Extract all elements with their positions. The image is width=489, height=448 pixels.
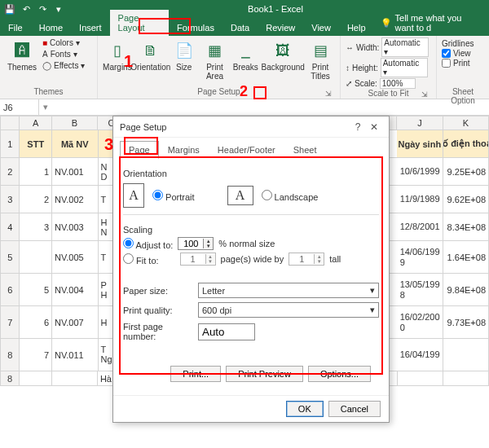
print-titles-button[interactable]: ▤Print Titles (306, 37, 335, 81)
adjust-spinner[interactable]: ▲▼ (178, 237, 214, 250)
adjust-to-radio[interactable]: Adjust to: (123, 238, 173, 250)
col-A[interactable]: A (20, 116, 51, 130)
cell-k[interactable]: 9.73E+08 (443, 306, 489, 339)
tab-help[interactable]: Help (339, 20, 374, 36)
dlg-tab-headerfooter[interactable]: Header/Footer (209, 141, 284, 159)
cell-k[interactable]: 9.62E+08 (443, 186, 489, 213)
dlg-tab-sheet[interactable]: Sheet (284, 141, 326, 159)
breaks-button[interactable]: ⎯Breaks (231, 37, 260, 72)
gridlines-view-check[interactable] (442, 49, 451, 58)
rowhdr[interactable]: 6 (0, 274, 20, 306)
dlg-tab-page[interactable]: Page (120, 141, 159, 159)
tab-data[interactable]: Data (222, 20, 258, 36)
rowhdr[interactable]: 5 (0, 241, 20, 274)
print-quality-select[interactable]: 600 dpi▾ (198, 302, 379, 318)
hdr-ma[interactable]: Mã NV (52, 130, 98, 158)
cell-stt[interactable]: 3 (20, 213, 52, 241)
fit-to-radio[interactable]: Fit to: (123, 253, 159, 266)
cell-j[interactable]: 13/05/199 8 (397, 274, 443, 306)
cell-ma[interactable]: NV.007 (52, 306, 98, 339)
dlg-tab-margins[interactable]: Margins (159, 141, 209, 159)
namebox-dropdown-icon[interactable]: ▾ (39, 102, 52, 112)
tab-review[interactable]: Review (258, 20, 303, 36)
rowhdr-8[interactable]: 8 (0, 371, 20, 386)
ok-button[interactable]: OK (286, 401, 324, 417)
name-box[interactable]: J6 (0, 99, 39, 115)
cell-ma[interactable]: NV.001 (52, 158, 98, 186)
rowhdr[interactable]: 4 (0, 213, 20, 241)
print-area-button[interactable]: ▦Print Area (200, 37, 230, 81)
tab-view[interactable]: View (303, 20, 339, 36)
rowhdr[interactable]: 3 (0, 186, 20, 213)
save-icon[interactable]: 💾 (3, 2, 16, 15)
cell-stt[interactable]: 1 (20, 158, 52, 186)
hdr-sdt[interactable]: Số điện thoại (443, 130, 489, 158)
cell-ma[interactable]: NV.003 (52, 213, 98, 241)
cell-k[interactable]: 8.34E+08 (443, 213, 489, 241)
gridlines-print-check[interactable] (442, 59, 451, 68)
cell-j[interactable]: 16/02/200 0 (397, 306, 443, 339)
fonts-button[interactable]: AFonts▾ (41, 49, 86, 59)
close-icon[interactable]: ✕ (366, 121, 382, 133)
cell-stt[interactable] (20, 241, 52, 274)
scale-launcher-icon[interactable]: ⇲ (420, 90, 430, 99)
paper-size-select[interactable]: Letter▾ (198, 283, 379, 298)
fit-tall-spinner[interactable]: ▲▼ (289, 253, 324, 266)
tab-formulas[interactable]: Formulas (169, 20, 222, 36)
cell-j[interactable]: 16/04/199 (397, 339, 443, 371)
cell-ma[interactable]: NV.005 (52, 241, 98, 274)
rowhdr[interactable]: 8 (0, 339, 20, 371)
background-button[interactable]: 🖼Background (262, 37, 304, 72)
cell-stt[interactable]: 2 (20, 186, 52, 213)
select-all-corner[interactable] (0, 116, 20, 130)
scale-input[interactable]: 100% (380, 78, 416, 89)
hdr-stt[interactable]: STT (20, 130, 52, 158)
orientation-button[interactable]: 🗎Orientation (134, 37, 168, 72)
cell-stt[interactable]: 6 (20, 306, 52, 339)
rowhdr[interactable]: 7 (0, 306, 20, 339)
cell-k[interactable]: 1.64E+08 (443, 241, 489, 274)
cell-j[interactable]: 12/8/2001 (397, 213, 443, 241)
col-B[interactable]: B (52, 116, 98, 130)
colors-button[interactable]: ■Colors▾ (41, 37, 86, 48)
undo-icon[interactable]: ↶ (20, 2, 33, 15)
options-button[interactable]: Options... (308, 366, 371, 382)
col-J[interactable]: J (397, 116, 443, 130)
cell-j[interactable]: 10/6/1999 (397, 158, 443, 186)
cell-ma[interactable]: NV.002 (52, 186, 98, 213)
tab-page-layout[interactable]: Page Layout (110, 10, 170, 36)
col-K[interactable]: K (443, 116, 489, 130)
cancel-button[interactable]: Cancel (328, 401, 381, 417)
tab-insert[interactable]: Insert (71, 20, 110, 36)
themes-button[interactable]: 🅰 Themes (5, 37, 39, 72)
tab-file[interactable]: File (0, 20, 31, 36)
cell-stt[interactable]: 7 (20, 339, 52, 371)
tab-home[interactable]: Home (31, 20, 71, 36)
rowhdr-1[interactable]: 1 (0, 130, 20, 158)
effects-button[interactable]: ◯Effects▾ (41, 60, 86, 71)
rowhdr[interactable]: 2 (0, 158, 20, 186)
cell-ma[interactable]: NV.004 (52, 274, 98, 306)
cell-ma[interactable]: NV.011 (52, 339, 98, 371)
hdr-ngay[interactable]: Ngày sinh (397, 130, 443, 158)
cell-k[interactable] (443, 339, 489, 371)
tell-me[interactable]: 💡Tell me what you want to d (374, 10, 489, 36)
cell-stt[interactable]: 5 (20, 274, 52, 306)
landscape-radio[interactable]: Landscape (262, 190, 319, 202)
first-page-input[interactable] (198, 323, 255, 340)
print-preview-button[interactable]: Print Preview (226, 366, 303, 382)
width-select[interactable]: Automatic ▾ (381, 37, 429, 57)
cell-k[interactable]: 9.25E+08 (443, 158, 489, 186)
fit-wide-spinner[interactable]: ▲▼ (180, 253, 216, 266)
cell-j[interactable]: 11/9/1989 (397, 186, 443, 213)
portrait-radio[interactable]: Portrait (152, 190, 195, 202)
cell-j[interactable]: 14/06/199 9 (397, 241, 443, 274)
page-setup-launcher-icon[interactable]: ⇲ (324, 89, 333, 99)
height-select[interactable]: Automatic ▾ (381, 58, 428, 77)
cell-k[interactable]: 9.84E+08 (443, 274, 489, 306)
redo-icon[interactable]: ↷ (36, 2, 49, 15)
print-button[interactable]: Print... (170, 366, 221, 382)
size-button[interactable]: 📄Size (170, 37, 199, 72)
help-button[interactable]: ? (350, 121, 366, 133)
qat-dropdown-icon[interactable]: ▾ (52, 2, 65, 15)
